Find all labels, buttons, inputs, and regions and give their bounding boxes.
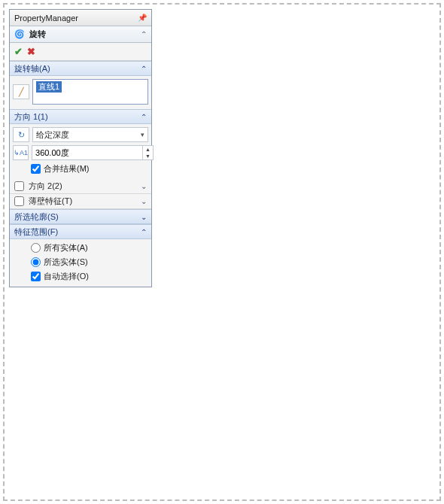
sketch-point[interactable] — [225, 284, 234, 293]
feature-title: 旋转 — [29, 29, 46, 40]
ring-upper — [178, 207, 249, 228]
pm-title: PropertyManager — [14, 14, 78, 23]
chevron-down-icon: ⌄ — [141, 182, 147, 190]
sketch-point[interactable] — [261, 241, 270, 250]
scope-sel-label: 所选实体(S) — [44, 257, 88, 268]
chevron-up-icon: ⌃ — [141, 228, 147, 236]
section-contour-header[interactable]: 所选轮廓(S) ⌄ — [10, 209, 151, 224]
chevron-icon[interactable]: ⌃ — [141, 30, 147, 38]
auto-select-label: 自动选择(O) — [44, 271, 89, 282]
spin-up[interactable]: ▲ — [143, 146, 153, 153]
dim-bottom-width[interactable]: 7.50 — [184, 335, 208, 351]
sketch-point[interactable] — [270, 222, 279, 231]
section-thin-label: 薄壁特征(T) — [29, 196, 72, 207]
angle-icon: ↳A1 — [13, 145, 29, 160]
sphere — [172, 126, 254, 208]
dim-top-radius[interactable]: 5 — [227, 154, 233, 170]
sketch-point[interactable] — [276, 285, 285, 294]
chevron-down-icon: ⌄ — [141, 197, 147, 205]
section-contour-label: 所选轮廓(S) — [14, 211, 59, 223]
angle-field[interactable] — [32, 146, 142, 159]
section-scope-header[interactable]: 特征范围(F) ⌃ — [10, 224, 151, 239]
dim-right-height[interactable]: 3.50 — [311, 250, 327, 274]
auto-select-row[interactable]: 自动选择(O) — [13, 271, 148, 282]
reverse-direction-icon[interactable]: ↻ — [13, 127, 29, 142]
section-dir1-body: ↻ 给定深度 ▾ ↳A1 ▲▼ 合并结果(M) — [10, 124, 151, 179]
auto-select-checkbox[interactable] — [31, 272, 41, 281]
sketch-point[interactable] — [209, 195, 218, 204]
section-axis-label: 旋转轴(A) — [14, 63, 50, 74]
merge-result-row[interactable]: 合并结果(M) — [13, 163, 148, 175]
sketch-point[interactable] — [210, 284, 219, 293]
sketch-point[interactable] — [245, 241, 254, 250]
section-thin-header[interactable]: 薄壁特征(T) ⌄ — [10, 194, 151, 209]
sketch-point[interactable] — [242, 159, 251, 168]
section-dir1-header[interactable]: 方向 1(1) ⌃ — [10, 109, 151, 124]
merge-result-label: 合并结果(M) — [44, 163, 90, 175]
dir2-enable-checkbox[interactable] — [14, 181, 24, 191]
section-scope-body: 所有实体(A) 所选实体(S) 自动选择(O) — [10, 239, 151, 287]
section-axis-body: ╱ 直线1 — [10, 76, 151, 109]
chevron-down-icon: ▾ — [141, 131, 144, 138]
watermark: 工程师 — [355, 411, 417, 472]
sketch-point[interactable] — [208, 216, 217, 225]
scope-sel-radio[interactable] — [31, 257, 41, 267]
scope-all-radio[interactable] — [31, 243, 41, 253]
chevron-up-icon: ⌃ — [141, 65, 147, 73]
axis-selection-box[interactable]: 直线1 — [32, 79, 148, 105]
pin-icon[interactable]: 📌 — [138, 14, 147, 22]
section-dir2-label: 方向 2(2) — [29, 181, 62, 192]
section-scope-label: 特征范围(F) — [14, 226, 58, 238]
dim-fillet-r05[interactable]: R0.50 — [219, 199, 236, 226]
axis-icon: ╱ — [13, 84, 29, 99]
sketch-point[interactable] — [276, 241, 285, 250]
revolve-axis-line — [213, 103, 214, 427]
dim-fillet-r1[interactable]: R1 — [218, 241, 236, 260]
section-dir2-header[interactable]: 方向 2(2) ⌄ — [10, 179, 151, 194]
sketch-point[interactable] — [208, 404, 217, 413]
chevron-down-icon: ⌄ — [141, 213, 147, 221]
scope-sel-row[interactable]: 所选实体(S) — [13, 257, 148, 268]
axis-selected-item[interactable]: 直线1 — [36, 81, 62, 93]
scope-all-label: 所有实体(A) — [44, 242, 88, 254]
end-condition-value: 给定深度 — [36, 129, 69, 141]
base-top-face — [157, 240, 269, 266]
scope-all-row[interactable]: 所有实体(A) — [13, 242, 148, 254]
ring-lower — [169, 223, 257, 246]
sketch-point[interactable] — [258, 285, 267, 294]
revolve-icon: 🌀 — [14, 29, 25, 39]
feature-title-row: 🌀 旋转 ⌃ — [10, 26, 151, 43]
thin-enable-checkbox[interactable] — [14, 196, 24, 206]
end-condition-combo[interactable]: 给定深度 ▾ — [32, 127, 148, 142]
cancel-button[interactable]: ✖ — [27, 46, 35, 57]
pm-header: PropertyManager 📌 — [10, 10, 151, 26]
sketch-point[interactable] — [207, 174, 216, 183]
chevron-up-icon: ⌃ — [141, 113, 147, 121]
ok-button[interactable]: ✔ — [14, 46, 23, 57]
merge-result-checkbox[interactable] — [31, 164, 41, 174]
angle-input[interactable]: ▲▼ — [32, 145, 154, 160]
sketch-point[interactable] — [257, 162, 266, 171]
section-axis-header[interactable]: 旋转轴(A) ⌃ — [10, 61, 151, 76]
base-cylinder — [157, 241, 269, 296]
sketch-point[interactable] — [240, 222, 249, 231]
spin-down[interactable]: ▼ — [143, 153, 153, 159]
property-manager-panel: PropertyManager 📌 🌀 旋转 ⌃ ✔ ✖ 旋转轴(A) ⌃ ╱ … — [9, 9, 152, 287]
confirm-row: ✔ ✖ — [10, 43, 151, 61]
sketch-point[interactable] — [255, 222, 264, 231]
section-dir1-label: 方向 1(1) — [14, 111, 48, 123]
